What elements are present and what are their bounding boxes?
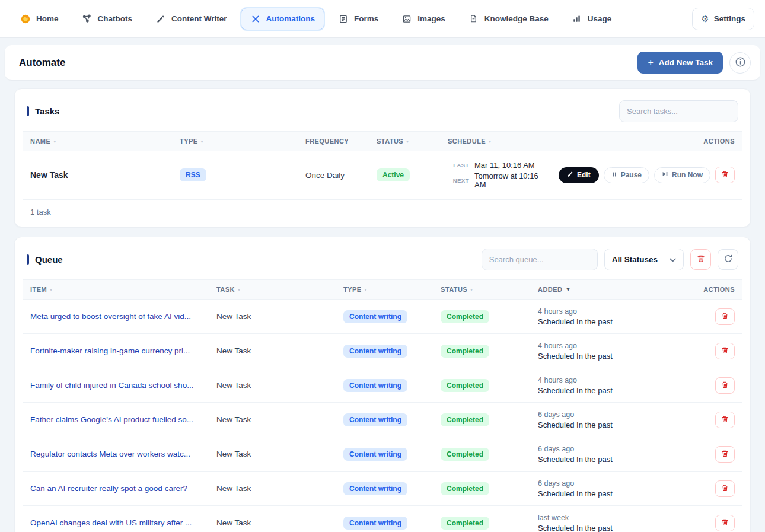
main-content: Automate + Add New Task Tasks NAME <box>0 38 765 532</box>
nav-item-images[interactable]: Images <box>392 8 455 30</box>
status-filter-select[interactable]: All Statuses <box>604 249 684 270</box>
info-button[interactable] <box>729 52 751 74</box>
column-label: SCHEDULE <box>448 138 486 145</box>
tasks-col-name[interactable]: NAME ▾ <box>23 132 173 151</box>
queue-added-cell: 4 hours ago Scheduled In the past <box>531 307 699 326</box>
queue-col-item[interactable]: ITEM ▾ <box>23 280 209 299</box>
type-badge: Content writing <box>343 310 407 323</box>
queue-item-link[interactable]: OpenAI changes deal with US military aft… <box>23 518 209 527</box>
delete-queue-item-button[interactable] <box>715 515 735 531</box>
delete-queue-item-button[interactable] <box>715 412 735 428</box>
run-now-button[interactable]: Run Now <box>654 167 710 183</box>
queue-item-link[interactable]: Father claims Google's AI product fuelle… <box>23 415 209 424</box>
status-badge: Completed <box>441 517 489 530</box>
queue-item-link[interactable]: Fortnite-maker raising in-game currency … <box>23 346 209 355</box>
queue-item-link[interactable]: Can an AI recruiter really spot a good c… <box>23 484 209 493</box>
queue-type-cell: Content writing <box>336 482 434 495</box>
added-time: 6 days ago <box>538 479 692 488</box>
queue-row: OpenAI changes deal with US military aft… <box>23 506 742 532</box>
sort-desc-icon: ▼ <box>565 286 570 292</box>
added-time: 4 hours ago <box>538 307 692 316</box>
gear-icon: ⚙ <box>701 14 709 23</box>
queue-row: Father claims Google's AI product fuelle… <box>23 403 742 437</box>
edit-label: Edit <box>577 171 591 179</box>
queue-row: Fortnite-maker raising in-game currency … <box>23 334 742 368</box>
automations-icon <box>250 14 261 24</box>
nav-item-automations[interactable]: Automations <box>241 8 325 30</box>
queue-item-link[interactable]: Regulator contacts Meta over workers wat… <box>23 450 209 458</box>
schedule-last-label: LAST <box>448 162 469 168</box>
delete-queue-item-button[interactable] <box>715 377 735 394</box>
queue-added-cell: 4 hours ago Scheduled In the past <box>531 342 699 361</box>
nav-items: Home Chatbots Content Writer Automations… <box>11 8 621 30</box>
column-label: ADDED <box>538 286 562 293</box>
trash-icon <box>721 415 729 425</box>
chatbots-icon <box>82 14 93 24</box>
queue-type-cell: Content writing <box>336 310 434 323</box>
nav-item-knowledge-base[interactable]: Knowledge Base <box>459 8 558 30</box>
queue-title: Queue <box>27 254 63 265</box>
type-badge: Content writing <box>343 517 407 530</box>
queue-status-cell: Completed <box>434 413 531 426</box>
pause-icon <box>611 171 617 179</box>
nav-label: Chatbots <box>98 14 133 23</box>
added-time: 6 days ago <box>538 410 692 419</box>
tasks-col-frequency[interactable]: FREQUENCY <box>298 132 369 151</box>
tasks-col-status[interactable]: STATUS ▾ <box>369 132 441 151</box>
column-label: NAME <box>30 138 50 145</box>
type-badge: Content writing <box>343 482 407 495</box>
queue-col-task[interactable]: TASK ▾ <box>209 280 336 299</box>
delete-queue-item-button[interactable] <box>715 343 735 359</box>
status-badge: Completed <box>441 345 489 358</box>
nav-item-chatbots[interactable]: Chatbots <box>72 8 142 30</box>
queue-col-added[interactable]: ADDED ▼ <box>531 280 699 299</box>
queue-task-name: New Task <box>209 415 336 424</box>
nav-item-content-writer[interactable]: Content Writer <box>146 8 237 30</box>
tasks-col-schedule[interactable]: SCHEDULE ▾ <box>441 132 551 151</box>
column-label: TYPE <box>343 286 362 293</box>
queue-item-link[interactable]: Meta urged to boost oversight of fake AI… <box>23 312 209 321</box>
tasks-col-type[interactable]: TYPE ▾ <box>173 132 298 151</box>
delete-queue-item-button[interactable] <box>715 480 735 497</box>
add-new-task-button[interactable]: + Add New Task <box>638 52 723 74</box>
delete-queue-item-button[interactable] <box>715 446 735 463</box>
task-actions-cell: Edit Pause Run Now <box>551 167 742 183</box>
usage-icon <box>572 14 582 24</box>
queue-col-type[interactable]: TYPE ▾ <box>336 280 434 299</box>
column-label: TASK <box>216 286 235 293</box>
queue-col-status[interactable]: STATUS ▾ <box>434 280 531 299</box>
queue-table-header: ITEM ▾ TASK ▾ TYPE ▾ STATUS ▾ ADDED ▼ AC… <box>23 279 742 300</box>
pause-button[interactable]: Pause <box>604 167 649 183</box>
delete-task-button[interactable] <box>715 167 735 183</box>
status-badge: Active <box>377 168 410 181</box>
nav-item-usage[interactable]: Usage <box>562 8 621 30</box>
tasks-card-header: Tasks <box>23 97 742 131</box>
edit-button[interactable]: Edit <box>559 167 599 183</box>
queue-actions-cell <box>699 515 742 531</box>
sort-icon: ▾ <box>489 139 491 144</box>
tasks-title: Tasks <box>27 106 59 116</box>
queue-search-input[interactable] <box>482 249 598 270</box>
tasks-col-actions: ACTIONS <box>551 132 742 151</box>
delete-queue-item-button[interactable] <box>715 308 735 325</box>
nav-item-home[interactable]: Home <box>11 8 68 30</box>
queue-type-cell: Content writing <box>336 517 434 530</box>
tasks-search-input[interactable] <box>619 100 738 122</box>
queue-rows: Meta urged to boost oversight of fake AI… <box>23 300 742 532</box>
added-schedule: Scheduled In the past <box>538 386 692 395</box>
clear-queue-button[interactable] <box>690 249 711 270</box>
sort-icon: ▾ <box>50 287 52 292</box>
pencil-icon <box>155 14 166 24</box>
top-nav: Home Chatbots Content Writer Automations… <box>0 0 765 38</box>
type-badge: Content writing <box>343 448 407 461</box>
refresh-button[interactable] <box>718 249 738 270</box>
trash-icon <box>721 450 729 459</box>
nav-label: Images <box>417 14 445 23</box>
queue-actions-cell <box>699 343 742 359</box>
settings-button[interactable]: ⚙ Settings <box>692 8 754 30</box>
sort-icon: ▾ <box>365 287 367 292</box>
nav-item-forms[interactable]: Forms <box>329 8 388 30</box>
queue-item-link[interactable]: Family of child injured in Canada school… <box>23 381 209 390</box>
nav-label: Home <box>36 14 59 23</box>
queue-title-text: Queue <box>35 254 63 265</box>
